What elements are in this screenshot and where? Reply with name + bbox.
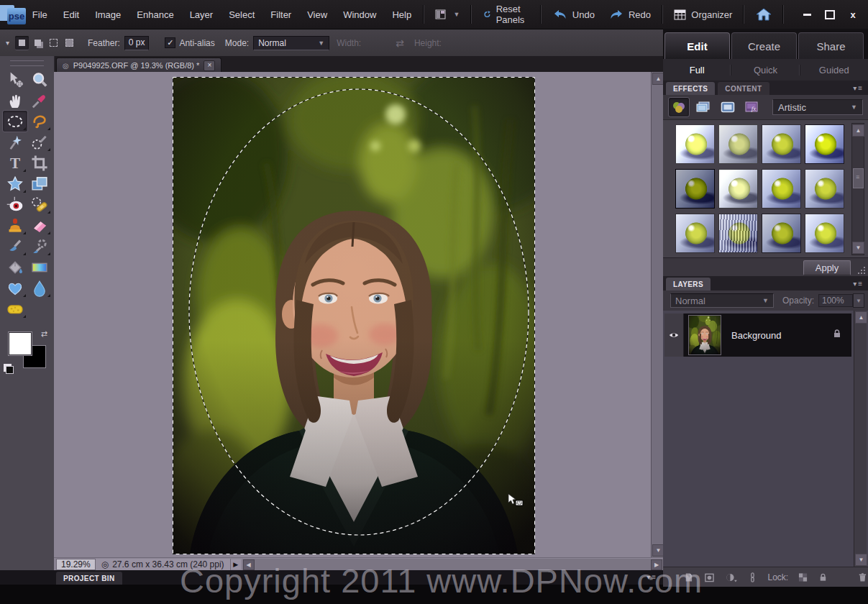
scroll-up-icon[interactable]: ▲: [855, 311, 867, 324]
tab-share[interactable]: Share: [798, 32, 864, 59]
add-to-selection-mode-button[interactable]: [31, 36, 45, 50]
undo-button[interactable]: Undo: [546, 5, 602, 24]
tab-close-icon[interactable]: ×: [204, 60, 215, 71]
effects-category-dropdown[interactable]: Artistic ▼: [772, 99, 863, 115]
artistic-preview-7[interactable]: [762, 169, 801, 209]
effects-scrollbar[interactable]: ▲ ▼: [851, 123, 864, 255]
menu-view[interactable]: View: [299, 5, 335, 24]
tool-sponge[interactable]: [3, 298, 27, 319]
default-colors-icon[interactable]: [6, 366, 14, 374]
organizer-button[interactable]: Organizer: [667, 6, 739, 24]
artistic-preview-3[interactable]: [762, 124, 801, 164]
document-tab[interactable]: ◎ P9049925.ORF @ 19.3% (RGB/8) * ×: [56, 58, 221, 73]
zoom-level-field[interactable]: 19.29%: [56, 559, 96, 570]
layer-row[interactable]: Background: [664, 314, 851, 357]
artistic-preview-9[interactable]: [675, 214, 715, 253]
panel-tab-effects[interactable]: EFFECTS: [666, 82, 715, 95]
apply-button[interactable]: Apply: [803, 260, 851, 275]
tool-clone-stamp[interactable]: [3, 215, 27, 236]
delete-layer-icon[interactable]: [857, 572, 868, 583]
opacity-value-field[interactable]: 100%: [818, 294, 853, 307]
menu-select[interactable]: Select: [221, 5, 262, 24]
mode-dropdown[interactable]: Normal ▼: [253, 36, 329, 50]
tool-eyedropper[interactable]: [27, 90, 52, 111]
tool-crop[interactable]: [27, 152, 52, 173]
artistic-preview-12[interactable]: [805, 214, 844, 253]
artistic-preview-2[interactable]: [718, 124, 758, 164]
scroll-down-icon[interactable]: ▼: [852, 242, 864, 254]
tool-cookie-cutter[interactable]: [3, 173, 27, 194]
tool-selection-brush[interactable]: [27, 132, 52, 152]
lock-transparency-icon[interactable]: [798, 572, 808, 582]
scroll-down-icon[interactable]: ▼: [855, 554, 867, 566]
tool-smart-brush[interactable]: [27, 236, 52, 257]
visibility-eye-icon[interactable]: [667, 330, 680, 340]
adjustment-layer-icon[interactable]: [725, 572, 737, 583]
menu-edit[interactable]: Edit: [55, 5, 87, 24]
menu-help[interactable]: Help: [384, 5, 419, 24]
tool-gradient[interactable]: [27, 257, 52, 278]
photo-document[interactable]: [173, 77, 535, 554]
panel-tab-content[interactable]: CONTENT: [718, 82, 769, 95]
tool-brush[interactable]: [3, 236, 27, 257]
artistic-preview-10[interactable]: [718, 214, 758, 253]
maximize-button[interactable]: [821, 7, 839, 22]
reset-panels-button[interactable]: Reset Panels: [476, 0, 537, 29]
lock-all-icon[interactable]: [818, 572, 828, 583]
new-selection-mode-button[interactable]: [15, 36, 29, 50]
close-button[interactable]: x: [844, 7, 862, 22]
swap-colors-icon[interactable]: ⇄: [41, 329, 47, 339]
feather-input[interactable]: 0 px: [124, 36, 150, 50]
arrange-documents-button[interactable]: ▼: [428, 6, 467, 24]
tool-eraser[interactable]: [27, 215, 52, 236]
tool-type[interactable]: T: [3, 152, 27, 173]
artistic-preview-11[interactable]: [762, 214, 801, 253]
menu-image[interactable]: Image: [87, 5, 129, 24]
blend-mode-dropdown[interactable]: Normal ▼: [670, 293, 774, 308]
artistic-preview-1[interactable]: [675, 124, 715, 164]
filters-category-button[interactable]: [669, 98, 689, 116]
foreground-color-swatch[interactable]: [9, 332, 32, 355]
all-effects-category-button[interactable]: fx: [742, 98, 762, 116]
effects-panel-menu-icon[interactable]: ▾≡: [853, 84, 862, 92]
menu-enhance[interactable]: Enhance: [129, 5, 181, 24]
visibility-cell[interactable]: [664, 314, 684, 357]
tool-zoom[interactable]: [27, 69, 52, 90]
panel-resize-grip[interactable]: [857, 266, 866, 275]
tool-paint-bucket[interactable]: [3, 257, 27, 278]
tool-custom-shape[interactable]: [3, 278, 27, 298]
photo-effects-category-button[interactable]: [718, 98, 738, 116]
artistic-preview-4[interactable]: [805, 124, 844, 164]
vertical-scrollbar[interactable]: ▲ ▼: [651, 72, 664, 557]
layer-thumbnail[interactable]: [688, 315, 721, 355]
layers-panel-menu-icon[interactable]: ▾≡: [853, 280, 862, 288]
tool-recompose[interactable]: [27, 173, 52, 194]
tab-edit[interactable]: Edit: [664, 32, 730, 59]
artistic-preview-8[interactable]: [805, 169, 844, 209]
welcome-home-button[interactable]: [749, 4, 779, 24]
scrollbar-thumb[interactable]: [853, 168, 864, 188]
menu-layer[interactable]: Layer: [182, 5, 221, 24]
tool-red-eye-removal[interactable]: [3, 194, 27, 215]
menu-window[interactable]: Window: [335, 5, 384, 24]
layer-styles-category-button[interactable]: [693, 98, 713, 116]
artistic-preview-5[interactable]: [675, 169, 715, 209]
subtract-from-selection-mode-button[interactable]: [47, 36, 60, 50]
layers-scrollbar[interactable]: ▲ ▼: [854, 311, 867, 567]
menu-file[interactable]: File: [24, 5, 55, 24]
tool-spot-healing-brush[interactable]: [27, 194, 52, 215]
menu-filter[interactable]: Filter: [262, 5, 299, 24]
scroll-up-icon[interactable]: ▲: [852, 124, 864, 137]
tool-move[interactable]: [3, 69, 27, 90]
tool-blur[interactable]: [27, 278, 52, 298]
tool-magic-wand[interactable]: [3, 132, 27, 152]
project-bin-tab[interactable]: PROJECT BIN: [56, 572, 122, 585]
tool-elliptical-marquee[interactable]: [3, 111, 27, 132]
tab-create[interactable]: Create: [731, 32, 797, 59]
layer-mask-icon[interactable]: [704, 572, 715, 583]
redo-button[interactable]: Redo: [602, 5, 658, 24]
edit-mode-quick[interactable]: Quick: [731, 65, 799, 76]
edit-mode-full[interactable]: Full: [663, 65, 731, 76]
edit-mode-guided[interactable]: Guided: [800, 65, 868, 76]
minimize-button[interactable]: [798, 7, 816, 22]
